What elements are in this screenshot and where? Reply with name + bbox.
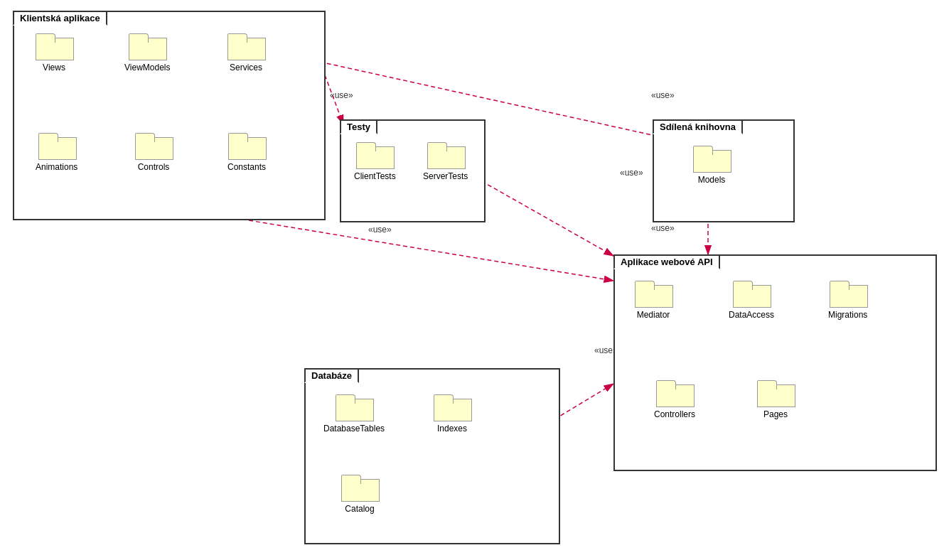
folder-mediator: Mediator [635,281,672,320]
folder-controllers: Controllers [654,380,695,419]
folder-animations: Animations [36,133,77,172]
folder-dataaccess: DataAccess [729,281,774,320]
svg-text:«use»: «use» [620,168,643,178]
package-tab-sdilena: Sdílená knihovna [653,119,743,134]
svg-line-6 [554,384,613,419]
folder-clienttests: ClientTests [354,142,396,181]
folder-databasetables: DatabaseTables [323,394,385,434]
package-sdilena: Sdílená knihovna Models [653,119,795,222]
package-tab-klientska: Klientská aplikace [13,11,107,26]
folder-viewmodels: ViewModels [124,33,170,72]
svg-text:«use»: «use» [651,90,675,100]
folder-migrations: Migrations [828,281,867,320]
folder-services: Services [227,33,264,72]
package-tab-testy: Testy [340,119,377,134]
folder-servertests: ServerTests [423,142,468,181]
folder-pages: Pages [757,380,794,419]
package-webapi: Aplikace webové API Mediator DataAccess … [613,254,937,471]
svg-line-3 [249,220,613,281]
folder-indexes: Indexes [434,394,471,434]
diagram: «use» «use» «use» «use» «use» «use» Klie… [0,0,949,560]
folder-models: Models [693,146,730,185]
package-testy: Testy ClientTests ServerTests [340,119,486,222]
svg-line-4 [469,174,613,256]
folder-catalog: Catalog [341,475,378,514]
svg-text:«use»: «use» [651,223,675,233]
package-databaze: Databáze DatabaseTables Indexes Catalog [304,368,560,544]
svg-text:«use»: «use» [330,90,353,100]
folder-controls: Controls [135,133,172,172]
package-tab-databaze: Databáze [304,368,359,383]
package-klientska: Klientská aplikace Views ViewModels Serv… [13,11,326,220]
package-tab-webapi: Aplikace webové API [613,254,720,269]
folder-views: Views [36,33,73,72]
svg-text:«use»: «use» [368,225,392,235]
folder-constants: Constants [227,133,266,172]
